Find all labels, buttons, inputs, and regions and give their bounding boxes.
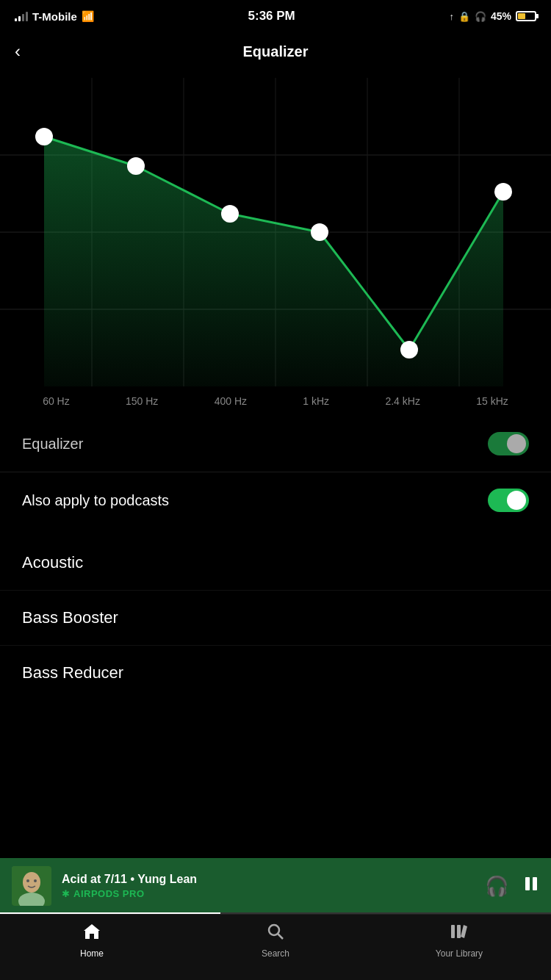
presets-list: Acoustic Bass Booster Bass Reducer: [0, 536, 551, 700]
album-art: [12, 866, 51, 906]
freq-label-6: 15 kHz: [476, 395, 508, 407]
svg-point-9: [23, 872, 40, 893]
eq-point-1[interactable]: [35, 128, 53, 145]
freq-label-4: 1 kHz: [303, 395, 329, 407]
track-title: Acid at 7/11 • Yung Lean: [62, 873, 475, 886]
status-bar: T-Mobile 📶 5:36 PM ↑ 🔒 🎧 45%: [0, 0, 551, 32]
eq-fill: [44, 137, 503, 386]
eq-point-3[interactable]: [221, 205, 239, 223]
equalizer-label: Equalizer: [22, 436, 83, 453]
bluetooth-icon: ✱: [62, 888, 70, 899]
back-button[interactable]: ‹: [15, 41, 21, 62]
freq-label-3: 400 Hz: [215, 395, 247, 407]
nav-search[interactable]: Search: [184, 922, 367, 959]
headphone-status-icon: 🎧: [475, 11, 486, 22]
home-icon: [82, 922, 101, 945]
freq-label-1: 60 Hz: [43, 395, 70, 407]
svg-point-12: [34, 879, 37, 882]
device-name: AIRPODS PRO: [73, 888, 145, 899]
now-playing-bar[interactable]: Acid at 7/11 • Yung Lean ✱ AIRPODS PRO 🎧: [0, 858, 551, 914]
equalizer-toggle[interactable]: [488, 432, 529, 455]
now-playing-controls: 🎧: [485, 875, 539, 898]
location-icon: ↑: [449, 11, 454, 22]
home-label: Home: [80, 948, 104, 959]
svg-point-15: [269, 925, 279, 935]
podcasts-knob: [507, 491, 526, 510]
nav-home[interactable]: Home: [0, 922, 184, 959]
eq-point-2[interactable]: [127, 157, 145, 175]
equalizer-knob: [507, 434, 526, 453]
svg-rect-18: [457, 925, 461, 938]
search-label: Search: [262, 948, 289, 959]
track-device: ✱ AIRPODS PRO: [62, 888, 475, 899]
search-icon: [266, 922, 285, 945]
carrier-label: T-Mobile: [32, 10, 77, 23]
preset-acoustic[interactable]: Acoustic: [0, 536, 551, 591]
podcasts-toggle[interactable]: [488, 489, 529, 512]
podcasts-label: Also apply to podcasts: [22, 492, 169, 509]
page-title: Equalizer: [243, 43, 309, 60]
eq-chart[interactable]: [0, 78, 551, 386]
eq-point-4[interactable]: [311, 223, 328, 241]
eq-chart-container: 60 Hz 150 Hz 400 Hz 1 kHz 2.4 kHz 15 kHz: [0, 71, 551, 408]
preset-bass-booster[interactable]: Bass Booster: [0, 591, 551, 646]
library-label: Your Library: [436, 948, 483, 959]
wifi-icon: 📶: [82, 10, 94, 22]
signal-bars: [15, 11, 28, 21]
battery-icon: [516, 11, 536, 21]
svg-line-16: [278, 934, 284, 940]
eq-frequency-labels: 60 Hz 150 Hz 400 Hz 1 kHz 2.4 kHz 15 kHz: [0, 389, 551, 407]
header: ‹ Equalizer: [0, 32, 551, 71]
track-info: Acid at 7/11 • Yung Lean ✱ AIRPODS PRO: [62, 873, 475, 899]
bottom-nav: Home Search Your Library: [0, 914, 551, 980]
lock-icon: 🔒: [458, 11, 470, 22]
eq-point-5[interactable]: [400, 341, 418, 359]
status-time: 5:36 PM: [248, 9, 295, 24]
battery-percent: 45%: [491, 10, 511, 22]
nav-library[interactable]: Your Library: [367, 922, 551, 959]
freq-label-2: 150 Hz: [126, 395, 158, 407]
svg-rect-17: [451, 925, 455, 938]
album-art-image: [12, 866, 51, 906]
library-icon: [450, 922, 469, 945]
eq-point-6[interactable]: [494, 183, 512, 201]
status-left: T-Mobile 📶: [15, 10, 94, 23]
podcasts-row: Also apply to podcasts: [0, 472, 551, 528]
pause-button[interactable]: [523, 876, 539, 896]
svg-point-11: [26, 879, 29, 882]
preset-bass-reducer[interactable]: Bass Reducer: [0, 646, 551, 700]
equalizer-row: Equalizer: [0, 416, 551, 472]
svg-rect-13: [525, 877, 530, 890]
freq-label-5: 2.4 kHz: [385, 395, 419, 407]
status-right: ↑ 🔒 🎧 45%: [449, 10, 536, 22]
settings-section: Equalizer Also apply to podcasts: [0, 408, 551, 536]
svg-rect-14: [533, 877, 537, 890]
headphone-button[interactable]: 🎧: [485, 875, 508, 898]
